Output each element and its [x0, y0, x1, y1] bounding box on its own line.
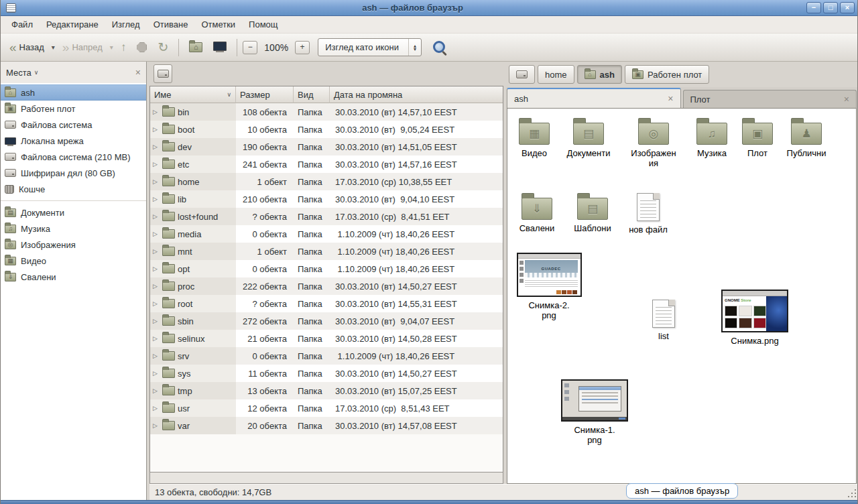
sidebar-item-Работен плот[interactable]: ▣Работен плот: [1, 101, 146, 117]
expander-icon[interactable]: ▷: [153, 143, 160, 150]
icon-item-Видео[interactable]: ▦Видео: [508, 117, 560, 158]
zoom-out-button[interactable]: −: [243, 41, 257, 54]
sidebar-item-Файлова система[interactable]: Файлова система: [1, 117, 146, 133]
back-dropdown-icon[interactable]: ▾: [50, 44, 56, 51]
tree-row-root[interactable]: ▷root? обектаПапка30.03.2010 (вт) 14,55,…: [150, 295, 503, 312]
tree-row-bin[interactable]: ▷bin108 обектаПапка30.03.2010 (вт) 14,57…: [150, 103, 503, 121]
expander-icon[interactable]: ▷: [153, 126, 160, 133]
expander-icon[interactable]: ▷: [153, 196, 160, 202]
expander-icon[interactable]: ▷: [153, 318, 160, 324]
tree-row-dev[interactable]: ▷dev190 обектаПапка30.03.2010 (вт) 14,51…: [150, 138, 503, 155]
forward-button[interactable]: » Напред: [58, 39, 107, 56]
search-button[interactable]: [432, 40, 447, 55]
breadcrumb-root[interactable]: [509, 65, 535, 84]
close-button[interactable]: ×: [840, 2, 855, 13]
minimize-button[interactable]: −: [806, 2, 821, 13]
expander-icon[interactable]: ▷: [153, 387, 160, 394]
tree-row-home[interactable]: ▷home1 обектПапка17.03.2010 (ср) 10,38,5…: [150, 173, 503, 190]
expander-icon[interactable]: ▷: [153, 213, 160, 220]
places-chevron-icon[interactable]: ∨: [34, 69, 39, 76]
menu-item-4[interactable]: Отметки: [194, 17, 242, 32]
icon-item-Снимка-1.png[interactable]: Снимка-1.png: [568, 379, 621, 445]
expander-icon[interactable]: ▷: [153, 248, 160, 255]
icon-item-Шаблони[interactable]: ▤Шаблони: [566, 192, 619, 233]
expander-icon[interactable]: ▷: [153, 370, 160, 377]
computer-button[interactable]: [208, 38, 231, 56]
icon-item-list[interactable]: list: [637, 298, 690, 341]
expander-icon[interactable]: ▷: [153, 178, 160, 185]
icon-item-Снимка.png[interactable]: GNOME StoreСнимка.png: [729, 290, 781, 346]
tab-ash[interactable]: ash×: [507, 88, 681, 108]
pane-root-button[interactable]: [154, 64, 172, 83]
back-button[interactable]: « Назад: [5, 39, 49, 56]
icon-item-Плот[interactable]: ▣Плот: [731, 117, 784, 158]
sidebar-item-Музика[interactable]: ♫Музика: [1, 220, 146, 237]
breadcrumb-Работен плот[interactable]: ▣Работен плот: [625, 65, 709, 84]
expander-icon[interactable]: ▷: [153, 405, 160, 412]
expander-icon[interactable]: ▷: [153, 231, 160, 237]
sidebar-item-Свалени[interactable]: ⇓Свалени: [1, 269, 146, 285]
expander-icon[interactable]: ▷: [153, 283, 160, 290]
expander-icon[interactable]: ▷: [153, 161, 160, 168]
expander-icon[interactable]: ▷: [153, 422, 160, 429]
tree-row-opt[interactable]: ▷opt0 обектаПапка 1.10.2009 (чт) 18,40,2…: [150, 260, 503, 277]
tree-row-usr[interactable]: ▷usr12 обектаПапка17.03.2010 (ср) 8,51,4…: [150, 399, 503, 417]
tab-close-icon[interactable]: ×: [844, 95, 849, 103]
expander-icon[interactable]: ▷: [153, 353, 160, 359]
maximize-button[interactable]: □: [823, 2, 838, 13]
column-header-date[interactable]: Дата на промяна: [330, 86, 503, 103]
tree-row-tmp[interactable]: ▷tmp13 обектаПапка30.03.2010 (вт) 15,07,…: [150, 382, 503, 399]
breadcrumb-home[interactable]: home: [538, 65, 574, 84]
view-mode-select[interactable]: Изглед като икони ▴▾: [318, 38, 422, 56]
icon-item-Публични[interactable]: ♟Публични: [780, 117, 833, 158]
tree-row-sys[interactable]: ▷sys11 обектаПапка30.03.2010 (вт) 14,50,…: [150, 365, 503, 382]
resize-grip[interactable]: [847, 489, 856, 499]
reload-button[interactable]: ↻: [153, 39, 173, 56]
tree-row-media[interactable]: ▷media0 обектаПапка 1.10.2009 (чт) 18,40…: [150, 225, 503, 243]
tree-row-selinux[interactable]: ▷selinux21 обектаПапка30.03.2010 (вт) 14…: [150, 330, 503, 347]
column-header-size[interactable]: Размер: [236, 86, 294, 103]
tree-row-var[interactable]: ▷var20 обектаПапка30.03.2010 (вт) 14,57,…: [150, 417, 503, 434]
tab-Плот[interactable]: Плот×: [683, 90, 857, 108]
tree-row-lost+found[interactable]: ▷lost+found? обектаПапка17.03.2010 (ср) …: [150, 208, 503, 225]
sidebar-item-Шифриран дял (80 GB)[interactable]: Шифриран дял (80 GB): [1, 165, 146, 181]
sidebar-item-Изображения[interactable]: ◎Изображения: [1, 237, 146, 253]
icon-item-Изображения[interactable]: ◎Изображения: [627, 117, 680, 168]
tree-row-etc[interactable]: ▷etc241 обектаПапка30.03.2010 (вт) 14,57…: [150, 155, 503, 173]
icon-item-нов файл[interactable]: нов файл: [622, 192, 674, 235]
up-button[interactable]: ↑: [116, 39, 131, 56]
menu-item-3[interactable]: Отиване: [147, 17, 195, 32]
tree-row-boot[interactable]: ▷boot10 обектаПапка30.03.2010 (вт) 9,05,…: [150, 121, 503, 138]
tree-row-lib[interactable]: ▷lib210 обектаПапка30.03.2010 (вт) 9,04,…: [150, 190, 503, 208]
icon-item-Свалени[interactable]: ⇓Свалени: [511, 192, 563, 233]
sidebar-item-Кошче[interactable]: Кошче: [1, 181, 146, 197]
menu-item-0[interactable]: Файл: [5, 17, 40, 32]
menu-item-5[interactable]: Помощ: [242, 17, 284, 32]
icon-item-Музика[interactable]: ♫Музика: [686, 117, 738, 158]
sidebar-item-Файлова система (210 MB)[interactable]: Файлова система (210 MB): [1, 149, 146, 165]
breadcrumb-ash[interactable]: ⌂ash: [577, 65, 622, 84]
expander-icon[interactable]: ▷: [153, 335, 160, 342]
expander-icon[interactable]: ▷: [153, 265, 160, 272]
zoom-in-button[interactable]: +: [295, 41, 310, 54]
column-header-name[interactable]: Име ∨: [150, 86, 236, 103]
icon-item-Снимка-2.png[interactable]: GUADECСнимка-2.png: [523, 253, 575, 320]
tree-row-srv[interactable]: ▷srv0 обектаПапка 1.10.2009 (чт) 18,40,2…: [150, 347, 503, 365]
sidebar-item-Документи[interactable]: ▤Документи: [1, 204, 146, 220]
sidebar-item-ash[interactable]: ⌂ash: [1, 84, 146, 101]
tab-close-icon[interactable]: ×: [668, 94, 673, 103]
sidebar-item-Локална мрежа[interactable]: Локална мрежа: [1, 133, 146, 149]
tree-hscrollbar[interactable]: [149, 472, 503, 484]
sidebar-close-button[interactable]: ×: [135, 68, 141, 76]
expander-icon[interactable]: ▷: [153, 109, 160, 115]
stop-button[interactable]: [132, 39, 151, 56]
tree-row-proc[interactable]: ▷proc222 обектаПапка30.03.2010 (вт) 14,5…: [150, 277, 503, 295]
icon-item-Документи[interactable]: ▤Документи: [562, 117, 615, 158]
menu-item-2[interactable]: Изглед: [105, 17, 147, 32]
column-header-type[interactable]: Вид: [294, 86, 330, 103]
icon-view[interactable]: ▦Видео▤Документи◎Изображения♫Музика▣Плот…: [507, 108, 857, 484]
menu-item-1[interactable]: Редактиране: [40, 17, 105, 32]
tree-row-sbin[interactable]: ▷sbin272 обектаПапка30.03.2010 (вт) 9,04…: [150, 312, 503, 330]
places-label[interactable]: Места: [6, 68, 32, 78]
sidebar-item-Видео[interactable]: ▦Видео: [1, 253, 146, 269]
